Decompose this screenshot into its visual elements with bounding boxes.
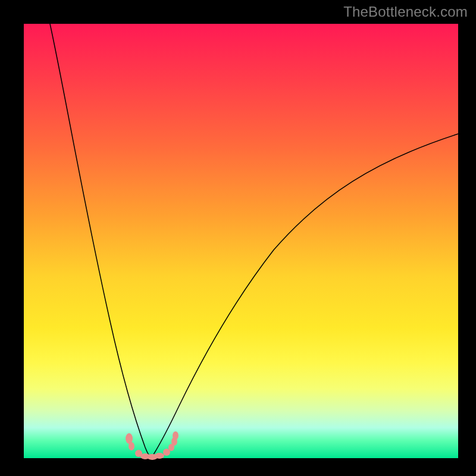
chart-frame: TheBottleneck.com <box>0 0 476 476</box>
valley-marker <box>155 453 164 459</box>
left-curve <box>50 24 151 458</box>
plot-area <box>24 24 458 458</box>
curve-layer <box>24 24 458 458</box>
valley-marker <box>173 431 178 440</box>
valley-marker-group <box>126 431 178 460</box>
watermark-text: TheBottleneck.com <box>343 4 468 20</box>
valley-marker <box>129 442 134 450</box>
right-curve <box>151 134 458 458</box>
